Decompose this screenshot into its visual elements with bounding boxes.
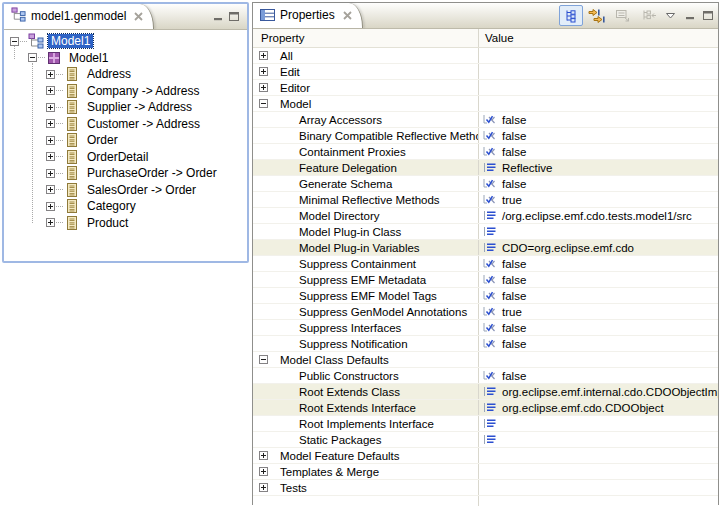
tree-item[interactable]: Address [4,66,247,83]
collapse-icon[interactable] [259,355,268,364]
expand-icon[interactable] [46,70,55,79]
collapse-icon[interactable] [259,99,268,108]
category-row[interactable]: Edit [253,64,718,80]
expand-icon[interactable] [259,483,268,492]
column-header-value[interactable]: Value [479,32,718,44]
property-row[interactable]: Suppress Containmentfalse [253,256,718,272]
property-row[interactable]: Suppress GenModel Annotationstrue [253,304,718,320]
expand-icon[interactable] [46,169,55,178]
category-row[interactable]: Editor [253,80,718,96]
tree-item[interactable]: Order [4,132,247,149]
expand-icon[interactable] [259,51,268,60]
tree-item[interactable]: Customer -> Address [4,116,247,133]
tree-item[interactable]: Category [4,198,247,215]
category-row[interactable]: Model Feature Defaults [253,448,718,464]
category-row[interactable]: All [253,48,718,64]
expand-icon[interactable] [259,451,268,460]
property-name-cell: Model [253,96,478,111]
expand-icon[interactable] [46,185,55,194]
property-row[interactable]: Binary Compatible Reflective Methodsfals… [253,128,718,144]
text-value-icon [483,226,497,237]
property-name-cell: All [253,48,478,63]
properties-tab-bar-space [363,3,559,28]
expand-icon[interactable] [46,136,55,145]
property-row[interactable]: Static Packages [253,432,718,448]
property-value-cell [479,480,718,495]
property-row[interactable]: Array Accessorsfalse [253,112,718,128]
property-value-cell: false [479,144,718,159]
property-row[interactable]: Suppress Interfacesfalse [253,320,718,336]
column-header-property[interactable]: Property [253,32,478,44]
property-row[interactable]: Suppress EMF Metadatafalse [253,272,718,288]
property-value: false [502,130,526,142]
tree-item[interactable]: OrderDetail [4,149,247,166]
property-row[interactable]: Root Implements Interface [253,416,718,432]
tree-item[interactable]: SalesOrder -> Order [4,182,247,199]
expand-icon[interactable] [259,83,268,92]
property-name-cell: Public Constructors [253,368,478,383]
property-value-cell: /org.eclipse.emf.cdo.tests.model1/src [479,208,718,223]
tree-connector-dots [20,41,27,42]
close-icon[interactable] [134,12,143,21]
property-row[interactable]: Model Directory/org.eclipse.emf.cdo.test… [253,208,718,224]
show-categories-button[interactable] [559,5,583,26]
view-menu-button[interactable] [666,13,675,19]
expand-icon[interactable] [46,103,55,112]
property-row[interactable]: Root Extends Classorg.eclipse.emf.intern… [253,384,718,400]
collapse-icon[interactable] [10,37,19,46]
restore-default-value-button[interactable] [611,5,635,26]
property-row[interactable]: Suppress EMF Model Tagsfalse [253,288,718,304]
expand-icon[interactable] [259,67,268,76]
boolean-value-icon [483,338,497,349]
minimize-button[interactable] [682,5,698,26]
property-row[interactable]: Public Constructorsfalse [253,368,718,384]
category-row[interactable]: Model [253,96,718,112]
tree-item[interactable]: Supplier -> Address [4,99,247,116]
genmodel-file-icon [11,7,26,26]
boolean-value-icon [483,178,497,189]
boolean-value-icon [483,146,497,157]
tree-connector-dots [56,90,63,91]
property-row[interactable]: Suppress Notificationfalse [253,336,718,352]
filter-properties-button[interactable] [637,5,661,26]
property-name: Static Packages [299,434,381,446]
properties-tab[interactable]: Properties [253,3,363,28]
minimize-button[interactable] [213,12,223,21]
category-row[interactable]: Tests [253,480,718,496]
collapse-icon[interactable] [28,53,37,62]
tree-item-label: SalesOrder -> Order [84,183,199,197]
property-row[interactable]: Model Plug-in VariablesCDO=org.eclipse.e… [253,240,718,256]
expand-icon[interactable] [46,119,55,128]
maximize-button[interactable] [700,5,716,26]
text-value-icon [483,162,497,173]
tree-item[interactable]: PurchaseOrder -> Order [4,165,247,182]
expand-icon[interactable] [46,218,55,227]
editor-tab-title: model1.genmodel [31,9,126,24]
boolean-value-icon [483,114,497,125]
property-value-cell: false [479,256,718,271]
tree-item[interactable]: Company -> Address [4,83,247,100]
close-icon[interactable] [343,11,352,20]
property-value-cell: false [479,112,718,127]
editor-tab[interactable]: model1.genmodel [4,4,154,29]
expand-icon[interactable] [46,202,55,211]
category-row[interactable]: Model Class Defaults [253,352,718,368]
expand-icon[interactable] [259,467,268,476]
tree-item[interactable]: Model1 [4,50,247,67]
expand-icon[interactable] [46,152,55,161]
tree-item[interactable]: Model1 [4,33,247,50]
property-row[interactable]: Feature DelegationReflective [253,160,718,176]
property-row[interactable]: Minimal Reflective Methodstrue [253,192,718,208]
maximize-button[interactable] [229,12,239,21]
category-row[interactable]: Templates & Merge [253,464,718,480]
property-name-cell: Model Class Defaults [253,352,478,367]
property-row[interactable]: Containment Proxiesfalse [253,144,718,160]
property-row[interactable]: Root Extends Interfaceorg.eclipse.emf.cd… [253,400,718,416]
show-advanced-properties-button[interactable] [585,5,609,26]
category-label: Model Feature Defaults [280,450,400,462]
property-value: false [502,370,526,382]
expand-icon[interactable] [46,86,55,95]
property-row[interactable]: Model Plug-in Class [253,224,718,240]
tree-item[interactable]: Product [4,215,247,232]
property-row[interactable]: Generate Schemafalse [253,176,718,192]
